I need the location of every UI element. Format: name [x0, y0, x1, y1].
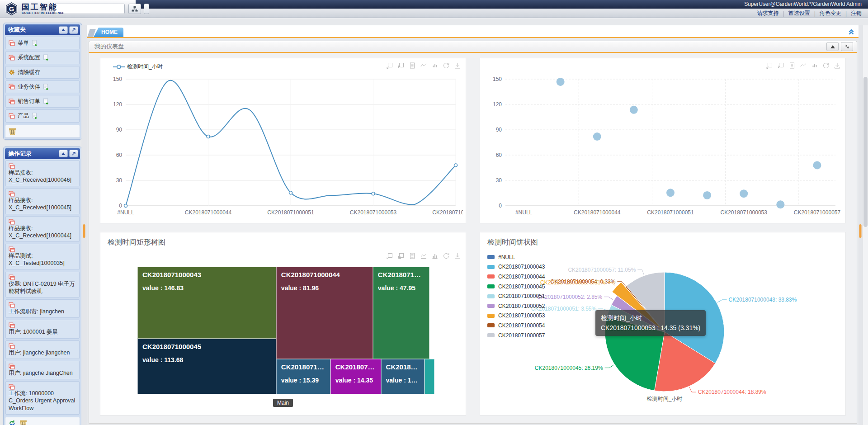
pie-legend-item[interactable]: CK2018071000045 [487, 282, 545, 292]
record-item[interactable]: 用户: jiangche JiangChen [5, 361, 80, 379]
treemap-tile[interactable]: CK2018071000044value : 81.96 [276, 267, 373, 359]
record-item[interactable]: 样品测试: X_C_Tested[1000035] [5, 244, 80, 270]
svg-text:90: 90 [496, 127, 502, 133]
toolbox-restore-icon[interactable] [443, 62, 450, 69]
nav-link[interactable]: 请求支持 [757, 9, 779, 17]
line-chart-card: 检测时间_小时 0306090120150#NULLCK201807100004… [100, 58, 466, 223]
toolbox-zoom-reset-icon[interactable] [397, 62, 405, 69]
search-input[interactable] [55, 5, 128, 13]
pie-legend-item[interactable]: CK2018071000043 [487, 262, 545, 272]
favorite-item[interactable]: 销售订单 [5, 95, 80, 108]
nav-link[interactable]: 角色变更 [820, 9, 841, 17]
record-item[interactable]: 工作流: 10000000 C_Orders Urgent Approval W… [5, 381, 80, 415]
legend-label: CK2018071000051 [498, 293, 545, 299]
dashboard-restore-button[interactable] [841, 42, 853, 51]
treemap-tile[interactable]: CK2018071000045value : 113.68 [137, 339, 276, 394]
window-icon [9, 163, 76, 169]
records-collapse-button[interactable] [59, 150, 68, 157]
record-item[interactable]: 工作流职责: jiangchen [5, 299, 80, 318]
toolbox-data-zoom-icon[interactable] [766, 62, 773, 69]
favorite-item[interactable]: 清除缓存 [5, 66, 80, 79]
record-item[interactable]: 用户: 1000001 姜晨 [5, 320, 80, 338]
pie-label-leader [604, 297, 613, 300]
pie-legend-item[interactable]: #NULL [487, 252, 545, 262]
treemap-tile[interactable]: CK2018071000051value : 15.39 [276, 359, 330, 394]
treemap-tile-name: CK2018071000043 [142, 271, 271, 279]
record-item[interactable]: 用户: jiangche jiangchen [5, 340, 80, 359]
toolbox-line-type-icon[interactable] [420, 62, 427, 69]
treemap-tile[interactable]: CK2018071000054value : 1.43 [425, 359, 434, 394]
toolbox-save-image-icon[interactable] [454, 252, 461, 260]
org-chart-button[interactable] [128, 4, 141, 14]
favorites-expand-button[interactable] [69, 26, 78, 34]
toolbox-data-view-icon[interactable] [409, 62, 416, 69]
dashboard-collapse-button[interactable] [826, 42, 839, 51]
toolbox-restore-icon[interactable] [443, 252, 450, 260]
refresh-icon[interactable] [8, 419, 16, 425]
toolbox-line-type-icon[interactable] [800, 62, 807, 69]
record-item[interactable]: 仪器: DNTC-02019 电子万能材料试验机 [5, 272, 80, 298]
nav-link[interactable]: 注销 [851, 9, 862, 17]
global-search[interactable] [54, 4, 125, 14]
pie-legend-item[interactable]: CK2018071000057 [487, 331, 545, 340]
pie-legend-item[interactable]: CK2018071000053 [487, 311, 545, 321]
treemap-tile[interactable]: CK2018071000052value : 12.36 [381, 359, 425, 394]
toolbox-data-zoom-icon[interactable] [386, 252, 393, 260]
toolbox-data-zoom-icon[interactable] [386, 62, 393, 69]
favorites-collapse-button[interactable] [59, 26, 68, 34]
toolbox-bar-type-icon[interactable] [811, 62, 818, 69]
records-expand-button[interactable] [69, 150, 78, 157]
toolbox-bar-type-icon[interactable] [431, 62, 439, 69]
tab-home[interactable]: HOME [94, 28, 123, 37]
vertical-scrollbar[interactable] [863, 25, 868, 425]
collapse-all-button[interactable] [847, 28, 855, 36]
top-header-bar: SuperUser@GardenWorld.*/GardenWorld Admi… [0, 0, 868, 18]
add-record-icon[interactable] [43, 84, 49, 90]
treemap-tile-name: CK2018071000057 [378, 271, 425, 279]
scatter-data-point [630, 106, 638, 114]
line-chart[interactable]: 0306090120150#NULLCK2018071000044CK20180… [104, 73, 463, 220]
favorite-item[interactable]: 产品 [5, 109, 80, 122]
record-item[interactable]: 样品接收: X_C_Received[1000045] [5, 188, 80, 214]
scatter-chart[interactable]: 0306090120150#NULLCK2018071000044CK20180… [484, 73, 843, 220]
add-record-icon[interactable] [43, 54, 49, 61]
scrollbar-thumb[interactable] [863, 77, 868, 227]
toolbox-save-image-icon[interactable] [834, 62, 841, 69]
favorite-item[interactable]: 系统配置 [5, 51, 80, 64]
record-item[interactable]: 样品接收: X_C_Received[1000046] [5, 161, 80, 187]
treemap-tile[interactable]: CK2018071000057value : 47.95 [373, 267, 429, 359]
splitter-handle[interactable] [83, 224, 85, 238]
trash-icon[interactable] [8, 127, 17, 136]
add-record-icon[interactable] [32, 113, 38, 119]
svg-text:90: 90 [116, 127, 123, 133]
nav-link[interactable]: 首选设置 [788, 9, 810, 17]
record-item[interactable]: 样品接收: X_C_Received[1000044] [5, 216, 80, 242]
pie-legend-item[interactable]: CK2018071000051 [487, 291, 545, 301]
favorite-item[interactable]: 菜单 [5, 37, 80, 49]
splitter-handle[interactable] [859, 224, 862, 238]
nav-separator: | [783, 10, 784, 17]
pie-legend-item[interactable]: CK2018071000054 [487, 321, 545, 331]
treemap-chart[interactable]: CK2018071000043value : 146.83CK201807100… [137, 267, 429, 394]
toolbox-restore-icon[interactable] [822, 62, 830, 69]
treemap-breadcrumb[interactable]: Main [273, 399, 293, 407]
toolbox-bar-type-icon[interactable] [431, 252, 439, 260]
toolbox-line-type-icon[interactable] [420, 252, 427, 260]
line-chart-legend[interactable]: 检测时间_小时 [113, 63, 163, 71]
header-mini-button[interactable] [144, 4, 149, 14]
trash-icon[interactable] [19, 419, 28, 425]
add-record-icon[interactable] [43, 98, 49, 104]
toolbox-save-image-icon[interactable] [454, 62, 461, 69]
sidebar-splitter[interactable] [81, 25, 87, 425]
favorite-item[interactable]: 业务伙伴 [5, 80, 80, 93]
treemap-tile[interactable]: CK2018071000053value : 14.35 [330, 359, 381, 394]
toolbox-zoom-reset-icon[interactable] [777, 62, 784, 69]
toolbox-zoom-reset-icon[interactable] [397, 252, 405, 260]
treemap-tile[interactable]: CK2018071000043value : 146.83 [137, 267, 276, 339]
toolbox-data-view-icon[interactable] [788, 62, 796, 69]
add-record-icon[interactable] [32, 40, 38, 46]
right-splitter[interactable] [859, 25, 862, 425]
pie-legend-item[interactable]: CK2018071000052 [487, 301, 545, 311]
pie-legend-item[interactable]: CK2018071000044 [487, 272, 545, 282]
toolbox-data-view-icon[interactable] [409, 252, 416, 260]
